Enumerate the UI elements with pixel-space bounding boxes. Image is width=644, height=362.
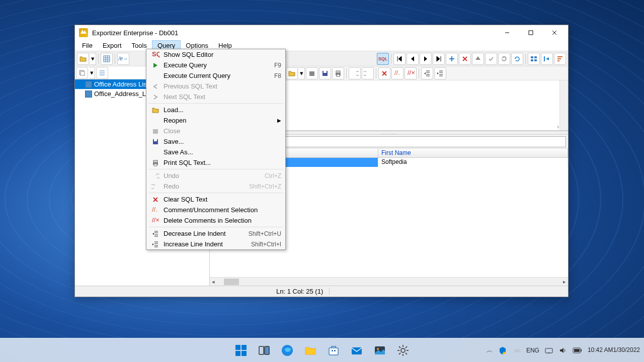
- titlebar[interactable]: Exportizer Enterprise - Db001: [75, 25, 568, 40]
- menu-item-undo: UndoCtrl+Z: [146, 170, 285, 181]
- menu-item-decrease-line-indent[interactable]: Decrease Line IndentShift+Ctrl+U: [146, 228, 285, 239]
- tray-network-icon[interactable]: [544, 346, 553, 355]
- svg-rect-29: [336, 71, 340, 73]
- svg-rect-13: [531, 56, 533, 58]
- grid-h-scrollbar[interactable]: ◂ ▸: [210, 277, 568, 286]
- explorer-button[interactable]: [300, 340, 320, 360]
- menu-item-execute-current-query[interactable]: Execute Current QueryF8: [146, 70, 285, 81]
- view-mode-button[interactable]: [528, 53, 540, 65]
- menu-item-print-sql-text-[interactable]: Print SQL Text...: [146, 157, 285, 168]
- blank-icon: [150, 148, 160, 156]
- open-db-button[interactable]: [77, 53, 89, 65]
- svg-text:SQL: SQL: [152, 51, 159, 58]
- cancel-button[interactable]: [498, 53, 510, 65]
- svg-point-78: [401, 348, 405, 352]
- tray-volume-icon[interactable]: [558, 346, 568, 355]
- delete-record-button[interactable]: [459, 53, 471, 65]
- task-view-button[interactable]: [254, 340, 274, 360]
- menu-export[interactable]: Export: [98, 40, 127, 51]
- menu-item-save-as-[interactable]: Save As...: [146, 147, 285, 157]
- menu-item-show-sql-editor[interactable]: SQLShow SQL Editor: [146, 49, 285, 60]
- sql-close-button[interactable]: [306, 67, 318, 79]
- sort-button[interactable]: [554, 53, 566, 65]
- menu-item-comment-uncomment-selection[interactable]: //.Comment/Uncomment Selection: [146, 205, 285, 215]
- tree-list-button[interactable]: [96, 67, 108, 79]
- sql-redo-button[interactable]: [362, 67, 374, 79]
- menu-item-delete-comments-in-selection[interactable]: //×Delete Comments in Selection: [146, 215, 285, 226]
- settings-button[interactable]: [393, 340, 413, 360]
- grid-cell-firstname[interactable]: Softpedia: [378, 158, 568, 167]
- tray-lang[interactable]: ENG: [526, 347, 539, 354]
- window-title: Exportizer Enterprise - Db001: [92, 29, 496, 37]
- tree-copy-dropdown[interactable]: ▾: [89, 67, 95, 79]
- sql-comment-button[interactable]: //.: [391, 67, 404, 79]
- sql-outdent-button[interactable]: [421, 67, 433, 79]
- post-button[interactable]: [485, 53, 497, 65]
- comment-icon: //.: [150, 206, 160, 214]
- tray-battery-icon[interactable]: [573, 347, 583, 354]
- editor-scrollbar[interactable]: [559, 80, 568, 130]
- sql-undo-button[interactable]: [349, 67, 361, 79]
- sql-open-dropdown[interactable]: ▾: [299, 67, 305, 79]
- add-record-button[interactable]: [446, 53, 458, 65]
- svg-text://.: //.: [394, 69, 400, 76]
- table-icon: [85, 90, 92, 98]
- svg-rect-26: [309, 71, 314, 76]
- sql-open-button[interactable]: [286, 67, 298, 79]
- menu-item-increase-line-indent[interactable]: Increase Line IndentShift+Ctrl+I: [146, 239, 285, 249]
- edge-button[interactable]: [277, 340, 297, 360]
- menu-file[interactable]: File: [77, 40, 98, 51]
- edit-record-button[interactable]: [472, 53, 484, 65]
- svg-rect-31: [337, 74, 340, 76]
- status-ln-col: Ln: 1 Col: 25 (1): [270, 288, 330, 295]
- menu-item-reopen[interactable]: Reopen▶: [146, 115, 285, 126]
- svg-rect-65: [235, 345, 240, 350]
- tree-copy-button[interactable]: [76, 67, 88, 79]
- sql-clear-button[interactable]: [378, 67, 390, 79]
- play-icon: [150, 61, 160, 69]
- prev-record-button[interactable]: [407, 53, 419, 65]
- first-record-button[interactable]: [393, 53, 406, 65]
- svg-text://.: //.: [152, 206, 157, 213]
- sql-indent-button[interactable]: [434, 67, 446, 79]
- menu-item-clear-sql-text[interactable]: Clear SQL Text: [146, 194, 285, 205]
- svg-rect-91: [574, 349, 580, 352]
- tray-onedrive-icon[interactable]: [512, 346, 521, 355]
- taskbar: ︿ ENG 10:42 AM 1/30/2022: [0, 338, 644, 362]
- grid-header-firstname[interactable]: First Name: [378, 149, 568, 157]
- start-button[interactable]: [231, 340, 251, 360]
- open-db-dropdown[interactable]: ▾: [90, 53, 96, 65]
- menu-item-save-[interactable]: Save...: [146, 136, 285, 147]
- tray-chevron-icon[interactable]: ︿: [487, 346, 493, 355]
- svg-line-86: [406, 346, 407, 348]
- mail-button[interactable]: [347, 340, 367, 360]
- minimize-button[interactable]: [496, 26, 519, 40]
- sql-print-button[interactable]: [332, 67, 344, 79]
- arrow-right-icon: [150, 93, 160, 101]
- grid-button[interactable]: [101, 53, 113, 65]
- svg-rect-67: [235, 351, 240, 356]
- close-button[interactable]: [543, 26, 566, 40]
- store-button[interactable]: [324, 340, 344, 360]
- undo-icon: [150, 172, 160, 180]
- last-record-button[interactable]: [433, 53, 445, 65]
- filter-input[interactable]: [267, 136, 566, 147]
- save-icon: [150, 138, 160, 146]
- export-button[interactable]: /e→: [117, 53, 129, 65]
- tray-security-icon[interactable]: [498, 346, 507, 355]
- sql-uncomment-button[interactable]: //×: [405, 67, 417, 79]
- menu-item-redo: RedoShift+Ctrl+Z: [146, 181, 285, 192]
- menu-item-load-[interactable]: Load...: [146, 105, 285, 115]
- redo-icon: [150, 183, 160, 191]
- fit-button[interactable]: [541, 53, 553, 65]
- photos-button[interactable]: [370, 340, 390, 360]
- menu-item-execute-query[interactable]: Execute QueryF9: [146, 60, 285, 70]
- refresh-button[interactable]: [511, 53, 523, 65]
- sql-toggle-button[interactable]: SQL: [377, 53, 389, 65]
- svg-rect-87: [545, 348, 552, 353]
- maximize-button[interactable]: [519, 26, 542, 40]
- svg-rect-14: [534, 56, 537, 58]
- tray-clock[interactable]: 10:42 AM 1/30/2022: [588, 346, 640, 353]
- sql-save-button[interactable]: [319, 67, 331, 79]
- next-record-button[interactable]: [420, 53, 432, 65]
